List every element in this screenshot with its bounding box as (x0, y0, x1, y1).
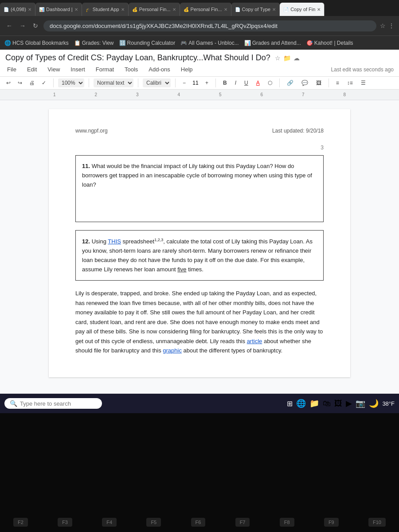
youtube-icon[interactable]: ▶ (346, 399, 352, 408)
fn-key-f9[interactable]: F9 (324, 518, 339, 527)
fn-key-f6[interactable]: F6 (191, 518, 206, 527)
tab-1-close[interactable]: ✕ (28, 7, 31, 12)
align-button[interactable]: ≡ (333, 79, 342, 87)
browser-chrome: 📄 (4,098) ✕ 📊 Dashboard | ✕ 🎓 Student Ap… (0, 0, 399, 50)
doc-header-info: www.ngpf.org Last updated: 9/20/18 (75, 127, 324, 135)
toolbar-divider-1 (53, 78, 54, 87)
bookmark-hcs-icon: 🌐 (4, 40, 11, 46)
last-edit-label: Last edit was seconds ago (331, 66, 394, 73)
reload-button[interactable]: ↻ (31, 21, 40, 30)
folder-icon[interactable]: 📁 (283, 55, 291, 62)
address-input[interactable] (43, 20, 376, 31)
tab-3[interactable]: 🎓 Student App ✕ (82, 3, 129, 16)
files-icon[interactable]: 📁 (309, 399, 319, 408)
tab-5[interactable]: 💰 Personal Fin... ✕ (180, 3, 231, 16)
bookmark-hcs[interactable]: 🌐 HCS Global Bookmarks (4, 40, 69, 46)
decrease-font-button[interactable]: − (180, 79, 188, 87)
star-icon[interactable]: ☆ (275, 55, 281, 62)
redo-button[interactable]: ↪ (15, 79, 25, 87)
menu-help[interactable]: Help (179, 65, 195, 74)
more-icon[interactable]: ⋮ (388, 22, 395, 29)
fn-key-f3[interactable]: F3 (58, 518, 72, 527)
fn-key-f10[interactable]: F10 (368, 518, 386, 527)
tab-7[interactable]: 📄 Copy of Fin ✕ (280, 3, 325, 16)
fn-key-f2[interactable]: F2 (13, 518, 28, 527)
underline-button[interactable]: U (242, 79, 251, 87)
graphic-link[interactable]: graphic (163, 347, 182, 354)
comment-button[interactable]: 💬 (299, 79, 311, 87)
tab-2-close[interactable]: ✕ (74, 7, 78, 12)
spellcheck-button[interactable]: ✓ (39, 79, 49, 87)
menu-view[interactable]: View (46, 65, 62, 74)
article-link[interactable]: article (247, 338, 262, 344)
forward-button[interactable]: → (18, 21, 27, 30)
font-select[interactable]: Calibri (143, 78, 171, 87)
bookmark-icon[interactable]: ☆ (380, 22, 386, 29)
docs-title: Copy of Types of Credit CS: Payday Loan,… (5, 53, 270, 63)
cloud-icon[interactable]: ☁ (293, 55, 300, 62)
bold-button[interactable]: B (220, 79, 230, 87)
back-button[interactable]: ← (4, 21, 14, 30)
highlight-button[interactable]: ⬡ (265, 79, 275, 87)
zoom-select[interactable]: 100% (58, 78, 84, 87)
tab-5-close[interactable]: ✕ (224, 7, 227, 12)
fn-key-f8[interactable]: F8 (280, 518, 294, 527)
bookmark-grades-label: Grades: View (82, 40, 114, 46)
taskbar-search-bar[interactable]: 🔍 (4, 398, 102, 409)
font-color-button[interactable]: A (254, 79, 262, 87)
italic-button[interactable]: I (232, 79, 239, 87)
q11-content: What would be the financial impact of Li… (82, 163, 312, 188)
fn-key-f7[interactable]: F7 (235, 518, 250, 527)
docs-area: Copy of Types of Credit CS: Payday Loan,… (0, 50, 399, 399)
link-button[interactable]: 🔗 (284, 79, 296, 87)
body-text-1: Lily is desperate, trapped, and broke. S… (75, 290, 323, 344)
menu-tools[interactable]: Tools (123, 65, 140, 74)
bookmark-grades2[interactable]: 📊 Grades and Attend... (244, 40, 301, 46)
question-12-text: 12. Using THIS spreadsheet1,2,3, calcula… (82, 237, 317, 274)
tab-7-close[interactable]: ✕ (317, 7, 321, 12)
image-button[interactable]: 🖼 (313, 79, 324, 87)
increase-font-button[interactable]: + (203, 79, 211, 87)
tab-4-close[interactable]: ✕ (172, 7, 176, 12)
bookmark-games[interactable]: 🎮 All Games - Unbloc... (180, 40, 239, 46)
this-spreadsheet-link[interactable]: THIS (108, 238, 121, 245)
windows-button[interactable]: ⊞ (287, 399, 293, 408)
toolbar-divider-6 (279, 78, 280, 87)
menu-addons[interactable]: Add-ons (147, 65, 172, 74)
doc-page[interactable]: www.ngpf.org Last updated: 9/20/18 3 11.… (49, 109, 350, 377)
doc-content-area: www.ngpf.org Last updated: 9/20/18 3 11.… (0, 100, 399, 386)
weather-temp: 38°F (382, 400, 395, 407)
bookmark-kahoot[interactable]: 🎯 Kahoot! | Details (306, 40, 353, 46)
fn-key-f5[interactable]: F5 (146, 518, 161, 527)
tab-6-close[interactable]: ✕ (272, 7, 276, 12)
list-button[interactable]: ☰ (358, 79, 368, 87)
tab-3-close[interactable]: ✕ (121, 7, 125, 12)
fn-key-f4[interactable]: F4 (102, 518, 117, 527)
photos-icon[interactable]: 🖼 (334, 399, 342, 408)
tab-4[interactable]: 💰 Personal Fin... ✕ (129, 3, 180, 16)
tab-6[interactable]: 📄 Copy of Type ✕ (231, 3, 280, 16)
tab-2-label: Dashboard | (46, 7, 73, 12)
menu-edit[interactable]: Edit (25, 65, 39, 74)
ruler-mark-7: 7 (302, 92, 305, 97)
menu-file[interactable]: File (5, 65, 18, 74)
tab-2[interactable]: 📊 Dashboard | ✕ (35, 3, 82, 16)
taskbar-search-input[interactable] (20, 400, 91, 407)
camera-icon[interactable]: 📷 (356, 399, 365, 408)
menu-format[interactable]: Format (94, 65, 116, 74)
style-select[interactable]: Normal text (94, 78, 133, 87)
print-button[interactable]: 🖨 (27, 79, 37, 87)
line-spacing-button[interactable]: ↕≡ (344, 79, 356, 87)
store-icon[interactable]: 🛍 (323, 399, 331, 408)
weather-icon[interactable]: 🌙 (369, 399, 379, 408)
tab-1[interactable]: 📄 (4,098) ✕ (0, 3, 35, 16)
body-text-3: about the different types of bankruptcy. (184, 347, 283, 354)
docs-title-icons: ☆ 📁 ☁ (275, 55, 300, 62)
bottom-area: F2 F3 F4 F5 F6 F7 F8 F9 F10 (0, 413, 399, 532)
edge-icon[interactable]: 🌐 (296, 399, 306, 408)
bookmark-grades2-label: Grades and Attend... (252, 40, 301, 46)
bookmark-grades[interactable]: 📋 Grades: View (74, 40, 114, 46)
undo-button[interactable]: ↩ (4, 79, 13, 87)
bookmark-rounding[interactable]: 🔢 Rounding Calculator (119, 40, 176, 46)
menu-insert[interactable]: Insert (69, 65, 87, 74)
